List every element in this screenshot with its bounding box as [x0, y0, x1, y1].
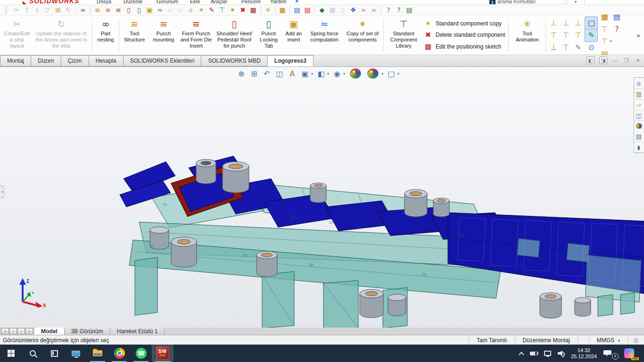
restore-button[interactable]: ❐ [623, 57, 630, 64]
view-orientation-icon[interactable]: ▣ [299, 68, 311, 79]
zoom-wet-icon[interactable]: ⊙ [585, 41, 597, 54]
sheet-prev-button[interactable]: ‹ [9, 328, 17, 334]
mounting-brush-icon[interactable]: ✎ [572, 41, 584, 54]
display-style-icon-dropdown[interactable]: ▾ [327, 72, 329, 76]
search-scope-icon[interactable]: ◌ [563, 0, 569, 4]
pane-right-button[interactable]: ◨ [599, 57, 607, 64]
add-insert-button[interactable]: ▣ Add an insert [282, 16, 305, 54]
standard-component-library-button[interactable]: ⊤ Standard Component Library [385, 16, 422, 54]
edit-appearance-icon[interactable] [350, 68, 361, 79]
delete-standard-component-button[interactable]: ✖ Delete standard component [424, 31, 505, 39]
insert-mounting-icon-2[interactable]: ⊤ [560, 41, 572, 54]
chain-next-icon[interactable]: ∞ [369, 5, 379, 15]
delete-standard-icon[interactable]: ✖ [238, 5, 248, 15]
apply-scene-icon-dropdown[interactable]: ▾ [381, 72, 383, 76]
network-icon[interactable] [544, 351, 551, 356]
add-insert-icon[interactable]: ▣ [144, 5, 155, 15]
annotation-views-icon[interactable]: A [287, 68, 298, 79]
model-3d-view[interactable] [0, 67, 644, 328]
spring-force-icon[interactable]: ≈ [155, 5, 165, 15]
copy-set-components-button[interactable]: ✶ Copy of set of components [343, 16, 382, 54]
minimize-button[interactable]: — [612, 57, 619, 64]
doc-star-icon[interactable]: ❖ [348, 5, 358, 15]
chrome-button[interactable] [108, 345, 130, 362]
featuremanager-collapsed-tab[interactable]: ◂ [0, 186, 4, 198]
tool-box-update-icon[interactable]: ⊞ [53, 5, 63, 15]
tab-3b-gorunum[interactable]: 3B Görünüm [65, 328, 110, 335]
view-orientation-icon-dropdown[interactable]: ▾ [311, 72, 313, 76]
zoom-fit-icon[interactable]: ⊕ [236, 68, 247, 79]
tray-expand-icon[interactable] [519, 352, 524, 357]
form-punch-die-insert-button[interactable]: ≡ Form Punch and Form Die Insert [179, 16, 213, 54]
menu-dosya[interactable]: Dosya [97, 0, 111, 4]
punch-mounting-button[interactable]: ≡ Punch mounting [148, 16, 179, 54]
notification-center-button[interactable]: 6 [603, 348, 618, 359]
appearances-icon[interactable] [636, 123, 642, 129]
punch-sketch-edit-icon[interactable]: ✎ [585, 29, 597, 41]
file-explorer-icon[interactable]: ▱ [634, 99, 644, 110]
strip-support-stand[interactable] [586, 255, 641, 316]
chain-new-icon[interactable]: ∞ [358, 5, 369, 15]
set-copy-icon[interactable]: ✶ [196, 5, 206, 15]
tab-logopress3[interactable]: Logopress3 [268, 55, 314, 66]
close-button[interactable]: ✕ [635, 57, 641, 64]
palette-grid-icon[interactable]: ▦ [598, 11, 611, 23]
punch-dropdown-icon[interactable]: ⊤ [598, 35, 611, 48]
menu-duzenle[interactable]: Düzenle [124, 0, 142, 4]
punch-edit-icon[interactable]: ✎ [206, 5, 217, 15]
punch-mounting-icon-3[interactable]: ⊤ [572, 29, 584, 41]
help-doc-icon[interactable]: ▤ [404, 5, 414, 15]
tool-animation-icon[interactable]: ✳ [263, 5, 273, 15]
help-about-icon[interactable]: ? [383, 5, 394, 15]
menu-yardim[interactable]: Yardım [270, 0, 287, 4]
doc-export-icon[interactable]: ▤ [302, 5, 313, 15]
graphics-viewport[interactable]: ⊕⊞↶◫A▣▾◧▾◉▾▾□▾ ⌂▥▱◫▤◗ ◂ Z X Y [0, 66, 644, 328]
previous-view-icon[interactable]: ↶ [261, 68, 272, 79]
tool-structure-icon[interactable]: ≡ [92, 5, 103, 15]
whatsapp-button[interactable] [130, 345, 152, 362]
home-icon[interactable]: ⌂ [634, 78, 644, 89]
search-dropdown-icon[interactable]: ▾ [573, 0, 578, 4]
tab-hesapla[interactable]: Hesapla [89, 55, 124, 66]
punch-mounting-icon[interactable]: ≡ [103, 5, 113, 15]
zoom-area-icon[interactable]: ⊞ [248, 68, 260, 79]
speaker-icon[interactable] [558, 351, 564, 356]
tab-hareket-etudu[interactable]: Hareket Etüdü 1 [110, 328, 165, 335]
tab-cizim[interactable]: Çizim [61, 55, 89, 66]
battery-icon[interactable] [530, 352, 537, 355]
menu-araclar[interactable]: Araçlar [211, 0, 227, 4]
search-input[interactable]: arama Komutları [497, 0, 536, 4]
tool-structure-button[interactable]: ≡ Tool Structure [121, 16, 148, 54]
pane-left-button[interactable]: ◧ [586, 57, 594, 64]
standard-copy-icon[interactable]: ✶ [227, 5, 238, 15]
form-punch-die-icon[interactable]: ≡ [113, 5, 124, 15]
display-style-icon[interactable]: ◧ [315, 68, 327, 79]
start-button[interactable] [0, 345, 22, 362]
part-nesting-icon[interactable]: ∞ [78, 5, 88, 15]
insert-mounting-icon-1[interactable]: ⊥ [547, 41, 560, 54]
status-help-icon[interactable]: ◎ [632, 337, 640, 344]
apply-scene-icon[interactable] [367, 68, 379, 79]
solidworks-taskbar-button[interactable]: SW2016 [152, 345, 173, 362]
punch-locking-tab-button[interactable]: ▯ Punch Locking Tab [256, 16, 282, 54]
component-check-icon[interactable]: ◆ [317, 5, 327, 15]
menu-gorunum[interactable]: Görünüm [157, 0, 178, 4]
tab-montaj[interactable]: Montaj [0, 55, 31, 66]
punch-dropdown-icon-dropdown[interactable]: ▾ [610, 39, 622, 43]
menu-pin-icon[interactable]: ➤ [295, 0, 299, 4]
tab-model[interactable]: Model [34, 328, 65, 335]
standard-component-copy-button[interactable]: ✶ Standard component copy [424, 19, 505, 28]
shoulder-heel-pedestal-button[interactable]: ▯ Shoulder/ Heel/ Pedestal/ Roof for pun… [213, 16, 256, 54]
positioning-sketch-icon[interactable]: ▩ [248, 5, 258, 15]
part-nesting-button[interactable]: ∞ Part nesting [94, 16, 117, 54]
edit-positioning-sketch-button[interactable]: ▩ Edit the positioning sketch [424, 42, 505, 51]
view-settings-icon-dropdown[interactable]: ▾ [397, 72, 399, 76]
design-library-icon[interactable]: ▥ [634, 89, 644, 99]
punch-locking-icon[interactable]: ▯ [134, 5, 144, 15]
standard-punch-icon[interactable]: ⊤ [217, 5, 227, 15]
taskbar-clock[interactable]: 14:32 25.12.2024 [571, 347, 597, 360]
tool-animation-button[interactable]: ✳ Tool Animation [510, 16, 544, 54]
menu-ekle[interactable]: Ekle [190, 0, 200, 4]
hide-show-items-icon[interactable]: ◉ [331, 68, 343, 79]
die-mounting-icon-3[interactable]: ⊥ [572, 17, 584, 29]
